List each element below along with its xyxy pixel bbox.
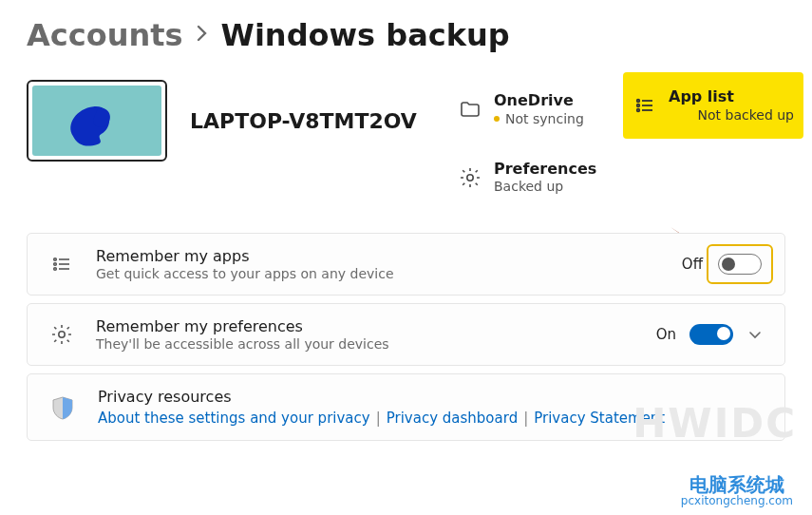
svg-point-7: [54, 258, 57, 261]
card-title: Remember my apps: [96, 247, 661, 265]
remember-preferences-toggle[interactable]: [689, 324, 733, 345]
status-onedrive[interactable]: OneDrive Not syncing: [454, 80, 615, 139]
gear-icon: [48, 321, 75, 348]
breadcrumb-parent[interactable]: Accounts: [27, 17, 183, 53]
card-remember-apps[interactable]: Remember my apps Get quick access to you…: [27, 233, 785, 296]
svg-point-6: [467, 174, 473, 180]
card-remember-preferences[interactable]: Remember my preferences They'll be acces…: [27, 303, 785, 366]
shield-icon: [48, 393, 77, 422]
card-subtitle: They'll be accessible across all your de…: [96, 336, 635, 352]
wallpaper-image: [46, 92, 149, 148]
list-icon: [48, 251, 75, 277]
card-privacy-resources: Privacy resources About these settings a…: [27, 373, 785, 441]
folder-icon: [458, 97, 482, 122]
status-title: App list: [669, 87, 794, 105]
svg-point-9: [54, 263, 57, 266]
svg-point-0: [637, 100, 640, 103]
privacy-link-statement[interactable]: Privacy Statement: [534, 410, 665, 427]
card-title: Privacy resources: [98, 388, 764, 406]
breadcrumb: Accounts Windows backup: [27, 0, 785, 53]
svg-point-2: [637, 105, 640, 107]
toggle-state-label: On: [656, 326, 676, 343]
device-block: LAPTOP-V8TMT2OV: [27, 80, 454, 162]
status-preferences[interactable]: Preferences Backed up: [454, 160, 615, 195]
status-applist[interactable]: App list Not backed up: [623, 72, 803, 139]
status-sub: Not backed up: [669, 106, 794, 124]
status-title: Preferences: [494, 160, 596, 178]
svg-point-11: [54, 268, 57, 271]
chevron-right-icon: [197, 24, 208, 47]
svg-point-4: [637, 109, 640, 112]
toggle-state-label: Off: [682, 256, 703, 273]
svg-point-13: [59, 332, 65, 337]
breadcrumb-current: Windows backup: [221, 17, 510, 53]
card-title: Remember my preferences: [96, 317, 635, 335]
card-subtitle: Get quick access to your apps on any dev…: [96, 266, 661, 281]
annotation-highlight-box: [707, 244, 773, 284]
watermark-small: 电脑系统城 pcxitongcheng.com: [681, 474, 793, 507]
privacy-link-about[interactable]: About these settings and your privacy: [98, 410, 370, 427]
status-title: OneDrive: [494, 91, 584, 109]
remember-apps-toggle[interactable]: [718, 254, 762, 275]
device-thumbnail: [27, 80, 167, 162]
status-sub: Not syncing: [494, 110, 584, 127]
chevron-down-icon[interactable]: [746, 326, 764, 343]
gear-icon: [458, 165, 482, 190]
privacy-link-dashboard[interactable]: Privacy dashboard: [387, 410, 518, 427]
status-sub: Backed up: [494, 178, 596, 195]
device-name: LAPTOP-V8TMT2OV: [190, 109, 417, 133]
list-icon: [633, 93, 657, 118]
